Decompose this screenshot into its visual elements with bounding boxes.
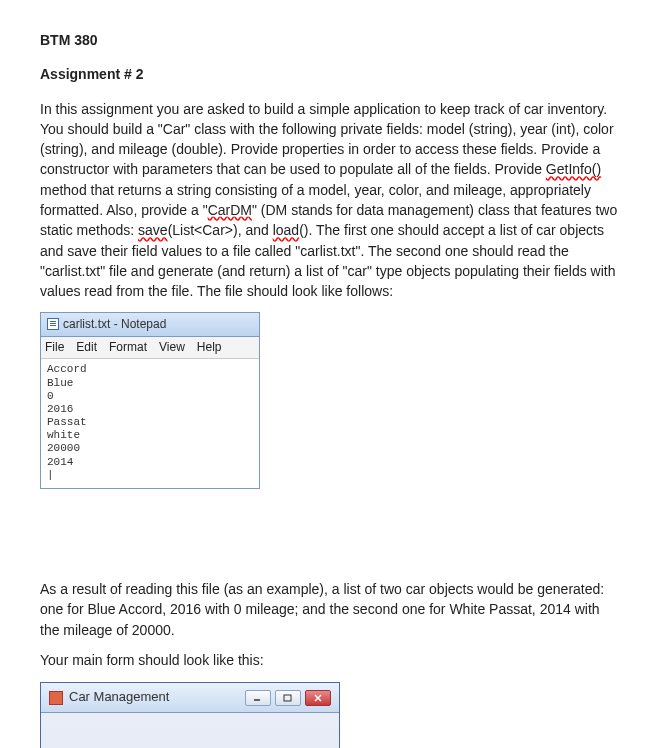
notepad-menu-help[interactable]: Help xyxy=(197,339,222,356)
course-code: BTM 380 xyxy=(40,30,621,50)
file-line-3: 2016 xyxy=(47,403,73,415)
assignment-description-1: In this assignment you are asked to buil… xyxy=(40,99,621,302)
assignment-description-3: Your main form should look like this: xyxy=(40,650,621,670)
para1-mid3: (List<Car>), and xyxy=(168,222,273,238)
file-line-7: 2014 xyxy=(47,456,73,468)
para1-pre: In this assignment you are asked to buil… xyxy=(40,101,614,178)
file-line-5: white xyxy=(47,429,80,441)
notepad-window: carlist.txt - Notepad File Edit Format V… xyxy=(40,312,260,489)
notepad-menu-format[interactable]: Format xyxy=(109,339,147,356)
notepad-menu-file[interactable]: File xyxy=(45,339,64,356)
app-icon xyxy=(49,691,63,705)
save-method: save xyxy=(138,222,168,238)
load-method: load xyxy=(273,222,299,238)
file-line-0: Accord xyxy=(47,363,87,375)
file-line-2: 0 xyxy=(47,390,54,402)
notepad-titlebar: carlist.txt - Notepad xyxy=(41,313,259,337)
form-body: Add Car View Cars Save xyxy=(41,713,339,748)
getinfo-method: GetInfo() xyxy=(546,161,601,177)
cardm-class: CarDM xyxy=(208,202,252,218)
notepad-title-text: carlist.txt - Notepad xyxy=(63,316,166,333)
notepad-icon xyxy=(47,318,59,330)
file-line-4: Passat xyxy=(47,416,87,428)
form-title: Car Management xyxy=(69,688,169,707)
notepad-menubar: File Edit Format View Help xyxy=(41,337,259,359)
notepad-menu-edit[interactable]: Edit xyxy=(76,339,97,356)
file-line-1: Blue xyxy=(47,377,73,389)
window-buttons xyxy=(245,690,331,706)
assignment-description-2: As a result of reading this file (as an … xyxy=(40,579,621,640)
maximize-button[interactable] xyxy=(275,690,301,706)
car-management-form: Car Management Add Car View Cars Save xyxy=(40,682,340,748)
assignment-title: Assignment # 2 xyxy=(40,64,621,84)
notepad-menu-view[interactable]: View xyxy=(159,339,185,356)
file-line-6: 20000 xyxy=(47,442,80,454)
svg-rect-1 xyxy=(284,695,291,701)
notepad-content: Accord Blue 0 2016 Passat white 20000 20… xyxy=(41,359,259,488)
close-button[interactable] xyxy=(305,690,331,706)
form-titlebar: Car Management xyxy=(41,683,339,713)
minimize-button[interactable] xyxy=(245,690,271,706)
